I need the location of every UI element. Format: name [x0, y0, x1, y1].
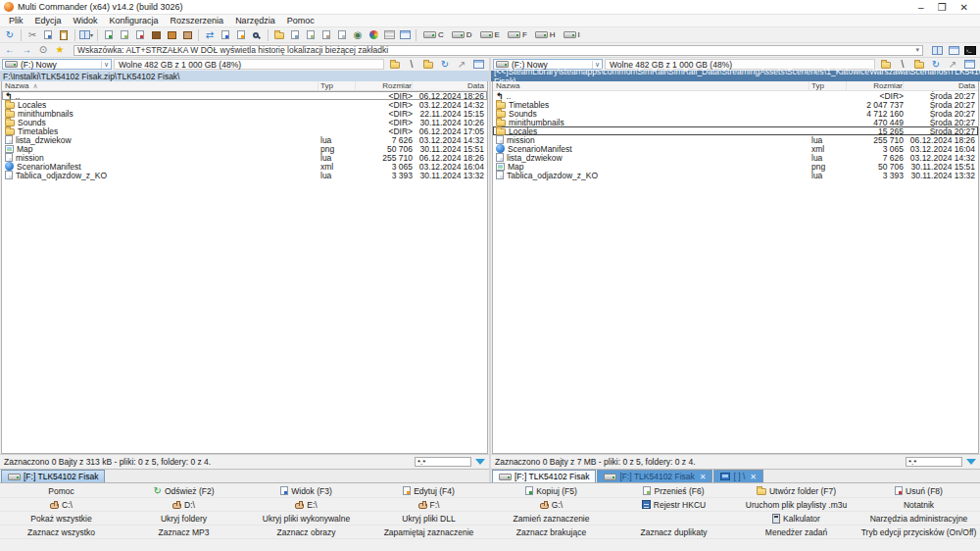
command-button[interactable]: Przenieś (F6) — [612, 484, 735, 497]
back-icon[interactable]: ← — [3, 43, 17, 57]
command-button[interactable]: ↻Odśwież (F2) — [122, 484, 245, 497]
column-header-size[interactable]: Rozmiar — [847, 81, 904, 90]
copy-file-alt-icon[interactable] — [118, 28, 131, 42]
doc-tool-3-icon[interactable] — [319, 28, 333, 42]
view-file-icon[interactable] — [219, 28, 232, 42]
paste-icon[interactable] — [57, 28, 71, 42]
chevron-down-icon[interactable]: ▾ — [915, 46, 919, 54]
menu-konfiguracja[interactable]: Konfiguracja — [104, 16, 165, 25]
new-window-icon[interactable] — [947, 43, 960, 57]
close-button[interactable]: ✕ — [960, 1, 968, 14]
file-row[interactable]: Tablica_odjazdow_z_KOlua3 39330.11.2024 … — [2, 171, 487, 179]
command-button[interactable]: Uruchom plik playlisty .m3u — [735, 498, 858, 511]
command-button[interactable]: Pokaż wszystkie — [0, 512, 122, 525]
filter-input[interactable] — [415, 457, 471, 467]
command-button[interactable]: Usuń (F8) — [858, 484, 980, 497]
command-button[interactable]: F:\ — [368, 498, 490, 511]
menu-rozszerzenia[interactable]: Rozszerzenia — [165, 16, 230, 25]
command-button[interactable]: Zapamiętaj zaznaczenie — [368, 526, 490, 538]
command-button[interactable]: G:\ — [490, 498, 612, 511]
command-button[interactable]: Pomoc — [0, 484, 122, 497]
command-button[interactable]: Ukryj foldery — [122, 512, 245, 525]
pack-alt-icon[interactable] — [165, 28, 178, 42]
command-button[interactable]: Kalkulator — [735, 512, 858, 525]
column-header-date[interactable]: Data — [413, 81, 487, 90]
doc-tool-1-icon[interactable] — [288, 28, 302, 42]
pane-tab[interactable]: [F:] TLK54102 Fisak✕ — [597, 470, 712, 482]
menu-pomoc[interactable]: Pomoc — [281, 16, 320, 25]
copy-icon[interactable] — [41, 28, 55, 42]
folder-sync-icon[interactable] — [272, 28, 286, 42]
panel-mode-icon[interactable] — [398, 28, 412, 42]
command-button[interactable]: C:\ — [0, 498, 122, 511]
doc-tool-2-icon[interactable] — [304, 28, 318, 42]
close-icon[interactable]: ✕ — [750, 473, 757, 481]
command-button[interactable]: Widok (F3) — [245, 484, 368, 497]
filter-funnel-icon[interactable] — [966, 459, 976, 465]
unpack-icon[interactable] — [180, 28, 194, 42]
view-columns-icon[interactable] — [471, 58, 485, 72]
drive-button-h[interactable]: H — [532, 28, 559, 42]
menu-widok[interactable]: Widok — [68, 16, 104, 25]
swap-panes-icon[interactable]: ⇄ — [203, 28, 217, 42]
menu-narzędzia[interactable]: Narzędzia — [229, 16, 281, 25]
drive-selector[interactable]: (F:) Nowy ∨ — [2, 59, 112, 70]
filter-input[interactable] — [906, 457, 962, 467]
command-button[interactable]: Kopiuj (F5) — [490, 484, 612, 497]
explorer-panel-icon[interactable] — [930, 43, 944, 57]
command-button[interactable]: Tryb edycji przycisków (On/Off) — [858, 526, 980, 538]
drive-button-c[interactable]: C — [420, 28, 447, 42]
doc-tool-4-icon[interactable] — [335, 28, 349, 42]
edit-file-icon[interactable] — [234, 28, 248, 42]
refresh-pane-icon[interactable]: ↻ — [438, 58, 452, 72]
command-button[interactable]: Zaznacz MP3 — [122, 526, 245, 538]
copy-file-icon[interactable] — [102, 28, 116, 42]
command-button[interactable]: Narzędzia administracyjne — [858, 512, 980, 525]
command-button[interactable]: Notatnik — [858, 498, 980, 511]
pane-tab[interactable]: [F:] TLK54102 Fisak — [1, 470, 105, 482]
panel-layout-icon[interactable]: ▾ — [79, 28, 93, 42]
root-path-icon[interactable]: \ — [405, 58, 418, 72]
maximize-button[interactable]: ❐ — [938, 1, 947, 14]
command-button[interactable]: Zaznacz duplikaty — [612, 526, 735, 538]
search-icon[interactable] — [250, 28, 264, 42]
command-prompt-icon[interactable] — [963, 43, 977, 57]
refresh-icon[interactable]: ↻ — [3, 28, 17, 42]
command-button[interactable]: Edytuj (F4) — [368, 484, 490, 497]
close-icon[interactable]: ✕ — [700, 473, 707, 481]
folder-tree-icon[interactable] — [388, 58, 402, 72]
command-button[interactable]: Zaznacz wszystko — [0, 526, 122, 538]
path-bar[interactable]: F:\Instalki\TLK54102 Fisak.zip\TLK54102 … — [0, 71, 489, 81]
drive-button-e[interactable]: E — [477, 28, 503, 42]
pack-icon[interactable] — [149, 28, 163, 42]
up-directory-icon[interactable] — [421, 58, 435, 72]
command-button[interactable]: Zaznacz brakujące — [490, 526, 612, 538]
cut-icon[interactable]: ✂ — [25, 28, 39, 42]
chevron-down-icon[interactable]: ∨ — [101, 61, 109, 69]
pane-tab[interactable]: [F:] TLK54102 Fisak — [492, 470, 596, 482]
goto-path-icon[interactable]: ↗ — [455, 58, 468, 72]
command-button[interactable]: D:\ — [122, 498, 245, 511]
command-button[interactable]: Utwórz folder (F7) — [735, 484, 858, 497]
command-button[interactable]: E:\ — [245, 498, 368, 511]
drive-button-f[interactable]: F — [505, 28, 530, 42]
drive-button-d[interactable]: D — [449, 28, 475, 42]
command-button[interactable]: Ukryj pliki wykonywalne — [245, 512, 368, 525]
column-header-name[interactable]: Nazwa∧ — [2, 81, 318, 90]
filter-funnel-icon[interactable] — [475, 459, 485, 465]
file-row[interactable]: Tablica_odjazdow_z_KOlua3 39330.11.2024 … — [493, 171, 978, 179]
command-button[interactable]: Zaznacz obrazy — [245, 526, 368, 538]
color-globe-icon[interactable] — [367, 28, 380, 42]
command-button[interactable]: Rejestr HKCU — [612, 498, 735, 511]
drive-button-i[interactable]: I — [561, 28, 583, 42]
command-button[interactable]: Menedżer zadań — [735, 526, 858, 538]
list-mode-icon[interactable] — [382, 28, 396, 42]
history-icon[interactable]: ⊙ — [36, 43, 50, 57]
pane-tab[interactable]: [ ] \✕ — [713, 470, 763, 482]
preview-eye-icon[interactable]: ◉ — [351, 28, 365, 42]
path-bar[interactable]: [<<]SteamLibrary\steamapps\common\SimRai… — [491, 71, 980, 81]
column-header-date[interactable]: Data — [904, 81, 978, 90]
favorites-icon[interactable]: ★ — [53, 43, 67, 57]
column-header-type[interactable]: Typ — [318, 81, 356, 90]
column-header-name[interactable]: Nazwa — [493, 81, 809, 90]
